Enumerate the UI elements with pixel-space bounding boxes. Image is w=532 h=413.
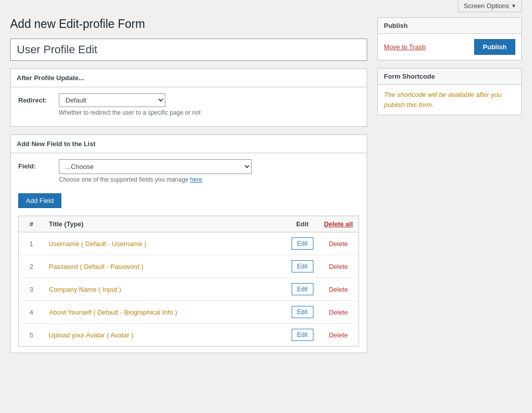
sidebar: Publish Move to Trash Publish Form Short…: [377, 17, 522, 361]
row-edit-cell: Edit: [287, 324, 318, 347]
row-number: 1: [19, 232, 44, 255]
redirect-description: Whether to redirect the user to a specif…: [59, 109, 359, 116]
form-title-input[interactable]: [10, 39, 367, 61]
shortcode-panel-body: The shortcode will be available after yo…: [378, 85, 521, 115]
redirect-label: Redirect:: [18, 93, 54, 104]
field-label: Field:: [18, 159, 54, 170]
choose-field-description: Choose one of the supported fields you m…: [59, 176, 359, 183]
shortcode-panel-header: Form Shortcode: [378, 68, 521, 85]
row-title-text: Upload your Avatar ( Avatar ): [49, 331, 133, 339]
table-row: 3Company Name ( Input )EditDelete: [19, 278, 359, 301]
choose-field-row: Field: ...Choose Choose one of the suppo…: [18, 159, 359, 183]
publish-panel-body: Move to Trash Publish: [378, 34, 521, 60]
row-delete-cell: Delete: [318, 232, 359, 255]
row-edit-button[interactable]: Edit: [292, 306, 313, 318]
after-profile-update-header: After Profile Update...: [11, 69, 367, 87]
row-edit-button[interactable]: Edit: [292, 237, 313, 250]
redirect-field-content: Default Same Page Custom URL Whether to …: [59, 93, 359, 116]
redirect-select[interactable]: Default Same Page Custom URL: [59, 93, 165, 107]
table-header-row: # Title (Type) Edit Delete all: [19, 216, 359, 232]
choose-field-content: ...Choose Choose one of the supported fi…: [59, 159, 359, 183]
publish-row: Move to Trash Publish: [384, 39, 515, 55]
choose-field-desc-text: Choose one of the supported fields you m…: [59, 176, 189, 183]
col-header-title: Title (Type): [44, 216, 287, 232]
table-row: 4About Yourself ( Default - Biographical…: [19, 301, 359, 324]
publish-panel-header: Publish: [378, 18, 521, 34]
row-delete-link[interactable]: Delete: [329, 286, 348, 293]
row-title: Upload your Avatar ( Avatar ): [44, 324, 287, 347]
row-title: Password ( Default - Password ): [44, 255, 287, 278]
row-edit-cell: Edit: [287, 232, 318, 255]
table-row: 2Password ( Default - Password )EditDele…: [19, 255, 359, 278]
row-edit-cell: Edit: [287, 278, 318, 301]
row-title: Username ( Default - Username ): [44, 232, 287, 255]
here-link[interactable]: here: [190, 176, 202, 183]
publish-button[interactable]: Publish: [474, 39, 515, 55]
page-title: Add new Edit-profile Form: [10, 17, 367, 31]
row-title-text: Password ( Default - Password ): [49, 263, 144, 270]
row-title-text: Company Name ( Input ): [49, 286, 121, 293]
screen-options-button[interactable]: Screen Options ▼: [458, 0, 522, 12]
col-header-edit: Edit: [287, 216, 318, 232]
col-header-delete-all: Delete all: [318, 216, 359, 232]
redirect-row: Redirect: Default Same Page Custom URL W…: [18, 93, 359, 116]
after-profile-update-body: Redirect: Default Same Page Custom URL W…: [11, 87, 367, 126]
row-delete-link[interactable]: Delete: [329, 308, 348, 316]
main-content: Add new Edit-profile Form After Profile …: [10, 17, 367, 361]
row-edit-button[interactable]: Edit: [292, 283, 313, 295]
row-title-text: Username ( Default - Username ): [49, 240, 147, 248]
row-delete-link[interactable]: Delete: [329, 331, 348, 339]
add-new-field-panel: Add New Field to the List Field: ...Choo…: [10, 134, 367, 353]
add-new-field-body: Field: ...Choose Choose one of the suppo…: [11, 153, 367, 353]
row-delete-cell: Delete: [318, 278, 359, 301]
row-title: About Yourself ( Default - Biographical …: [44, 301, 287, 324]
add-field-button[interactable]: Add Field: [18, 193, 61, 208]
row-title: Company Name ( Input ): [44, 278, 287, 301]
field-choose-select[interactable]: ...Choose: [59, 159, 252, 174]
row-number: 4: [19, 301, 44, 324]
screen-options-label: Screen Options: [464, 2, 509, 10]
move-to-trash-link[interactable]: Move to Trash: [384, 43, 425, 51]
row-delete-cell: Delete: [318, 255, 359, 278]
publish-panel: Publish Move to Trash Publish: [377, 17, 522, 60]
row-number: 3: [19, 278, 44, 301]
shortcode-panel: Form Shortcode The shortcode will be ava…: [377, 68, 522, 115]
delete-all-link[interactable]: Delete all: [324, 220, 353, 228]
row-edit-button[interactable]: Edit: [292, 260, 313, 272]
shortcode-note: The shortcode will be available after yo…: [384, 90, 515, 110]
row-edit-cell: Edit: [287, 301, 318, 324]
table-row: 5Upload your Avatar ( Avatar )EditDelete: [19, 324, 359, 347]
fields-table: # Title (Type) Edit Delete all 1Username…: [18, 216, 359, 347]
chevron-down-icon: ▼: [511, 3, 516, 9]
table-row: 1Username ( Default - Username )EditDele…: [19, 232, 359, 255]
table-body: 1Username ( Default - Username )EditDele…: [19, 232, 359, 347]
row-title-text: About Yourself ( Default - Biographical …: [49, 308, 178, 316]
row-delete-cell: Delete: [318, 324, 359, 347]
row-number: 5: [19, 324, 44, 347]
row-number: 2: [19, 255, 44, 278]
row-edit-button[interactable]: Edit: [292, 329, 313, 341]
add-new-field-header: Add New Field to the List: [11, 135, 367, 153]
row-delete-link[interactable]: Delete: [329, 263, 348, 270]
row-delete-link[interactable]: Delete: [329, 240, 348, 248]
row-edit-cell: Edit: [287, 255, 318, 278]
row-delete-cell: Delete: [318, 301, 359, 324]
after-profile-update-panel: After Profile Update... Redirect: Defaul…: [10, 68, 367, 127]
col-header-hash: #: [19, 216, 44, 232]
